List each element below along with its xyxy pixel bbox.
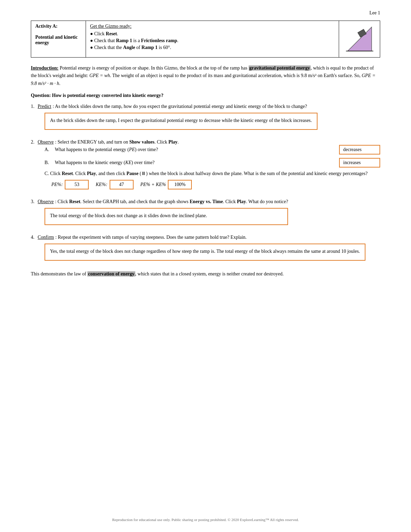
item-2-text: : Select the ENERGY tab, and turn on Sho… [55, 139, 179, 145]
item-2-number: 2. [31, 139, 38, 193]
ke-group: KE%: 47 [96, 180, 133, 189]
sub-a-answer: decreases [339, 145, 380, 154]
header-table: Activity A: Potential and kinetic energy… [31, 21, 380, 58]
formula2: GPE = 9.8 m/s² · m · h [31, 73, 375, 86]
sub-a-label: A. [45, 147, 55, 152]
ke-value: 47 [110, 180, 134, 189]
item-3-label: Observe [38, 199, 54, 204]
introduction-section: Introduction: Potential energy is energy… [31, 64, 380, 87]
item-2: 2. Observe: Select the ENERGY tab, and t… [31, 139, 380, 193]
pe-value: 53 [65, 180, 89, 189]
item-1-label: Predict [38, 104, 51, 109]
pe-label: PE%: [51, 182, 63, 187]
activity-subtitle: Potential and kinetic energy [35, 35, 82, 46]
ramp-diagram [343, 24, 376, 54]
ke-label: KE%: [96, 182, 107, 187]
instruction-3: Check that the Angle of Ramp 1 is 60°. [90, 44, 335, 51]
sum-group: PE% + KE% 100% [140, 180, 192, 189]
sub-a-text: What happens to the potential energy (PE… [55, 147, 336, 152]
sum-value: 100% [168, 180, 192, 189]
ramp-image-cell [339, 21, 380, 58]
gpe-highlight: gravitational potential energy [249, 65, 311, 71]
item-4-text: : Repeat the experiment with ramps of va… [55, 235, 247, 240]
instructions-title: Get the Gizmo ready: [90, 24, 132, 29]
sub-b-answer: increases [339, 158, 380, 168]
pe-group: PE%: 53 [51, 180, 89, 189]
instructions-cell: Get the Gizmo ready: Click Reset. Check … [86, 21, 339, 58]
sub-b-label: B. [45, 160, 55, 165]
formula1: GPE = wh [89, 73, 110, 78]
item-2-subitems: A. What happens to the potential energy … [45, 145, 380, 189]
activity-label: Activity A: [35, 24, 82, 29]
main-question: Question: How is potential energy conver… [31, 93, 380, 98]
instruction-2: Check that Ramp 1 is a Frictionless ramp… [90, 37, 335, 44]
sub-item-b: B. What happens to the kinetic energy (K… [45, 158, 380, 168]
item-1-answer: As the brick slides down the ramp, I exp… [45, 113, 317, 130]
sum-label: PE% + KE% [140, 182, 166, 187]
item-3-number: 3. [31, 199, 38, 228]
item-1: 1. Predict: As the block slides down the… [31, 104, 380, 133]
closing-text1: This demonstrates the law of [31, 271, 87, 276]
instruction-1: Click Reset. [90, 30, 335, 37]
item-3-answer: The total energy of the block does not c… [45, 208, 288, 225]
instructions-list: Click Reset. Check that Ramp 1 is a Fric… [90, 29, 335, 51]
svg-marker-0 [348, 27, 372, 51]
closing-section: This demonstrates the law of conservatio… [31, 270, 380, 278]
item-3-text: : Click Reset. Select the GRAPH tab, and… [55, 199, 288, 204]
activity-cell: Activity A: Potential and kinetic energy [31, 21, 86, 58]
item-4-answer: Yes, the total energy of the block does … [45, 244, 365, 261]
sub-c-text: Click Reset. Click Play, and then click … [50, 171, 368, 176]
page-number: Lee 1 [370, 10, 380, 16]
item-4-label: Confirm [38, 235, 54, 240]
intro-text1: Potential energy is energy of position o… [31, 65, 375, 86]
ramp-svg [344, 24, 375, 54]
closing-text2: , which states that in a closed system, … [135, 271, 284, 276]
sub-b-text: What happens to the kinetic energy (KE) … [55, 160, 336, 165]
item-3: 3. Observe: Click Reset. Select the GRAP… [31, 199, 380, 228]
item-4: 4. Confirm: Repeat the experiment with r… [31, 235, 380, 264]
item-4-number: 4. [31, 235, 38, 264]
sub-c-label: C. [45, 171, 49, 176]
intro-label: Introduction: [31, 65, 59, 71]
item-2-label: Observe [38, 139, 54, 145]
footer: Reproduction for educational use only. P… [0, 518, 411, 522]
conservation-highlight: conservation of energy [87, 271, 135, 276]
sub-item-c: C. Click Reset. Click Play, and then cli… [45, 171, 380, 189]
item-1-number: 1. [31, 104, 38, 133]
item-1-text: : As the block slides down the ramp, how… [53, 104, 307, 109]
sub-item-a: A. What happens to the potential energy … [45, 145, 380, 154]
peke-row: PE%: 53 KE%: 47 PE% + KE% 100% [51, 180, 380, 189]
